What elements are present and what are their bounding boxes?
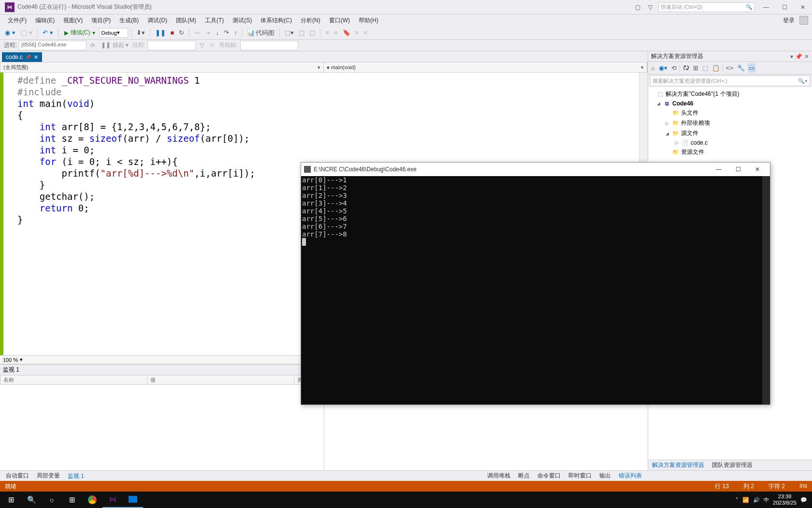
start-button[interactable]: ⊞ (1, 492, 21, 508)
panel-dropdown-icon[interactable]: ▾ (790, 53, 793, 60)
panel-pin-icon[interactable]: 📌 (795, 53, 802, 60)
cycle-button[interactable]: ⟳ (88, 41, 97, 50)
login-link[interactable]: 登录 (779, 15, 798, 26)
tool-btn-2[interactable]: ⬚ (297, 28, 306, 37)
tab-solution-explorer[interactable]: 解决方案资源管理器 (648, 460, 708, 470)
visualstudio-taskbar-button[interactable]: ⋈ (102, 492, 123, 508)
console-minimize-button[interactable]: — (709, 164, 728, 175)
tray-chevron-icon[interactable]: ˄ (736, 497, 739, 503)
continue-button[interactable]: ▶ 继续(C) ▾ (61, 28, 98, 38)
tab-immediate[interactable]: 即时窗口 (565, 471, 595, 481)
process-combo[interactable]: [8556] Code46.exe (19, 41, 87, 50)
menu-analyze[interactable]: 分析(N) (297, 15, 324, 26)
member-combo[interactable]: ♦ main(void)▾ (324, 62, 647, 72)
copy-button[interactable]: 📋 (711, 63, 721, 73)
notification-icon[interactable]: ▢ (633, 4, 642, 11)
console-close-button[interactable]: ✕ (748, 164, 767, 175)
restart-button[interactable]: ↻ (177, 28, 186, 37)
show-next-button[interactable]: → (203, 28, 213, 37)
console-taskbar-button[interactable] (123, 492, 143, 508)
console-maximize-button[interactable]: ☐ (728, 164, 748, 175)
tab-autos[interactable]: 自动窗口 (2, 471, 33, 481)
tab-callstack[interactable]: 调用堆栈 (483, 471, 514, 481)
step-out-button[interactable]: ↑ (232, 28, 239, 37)
tab-errorlist[interactable]: 错误列表 (615, 471, 646, 481)
tool-btn-3[interactable]: ⬚ (307, 28, 317, 37)
step-over-button[interactable]: ↷ (222, 28, 231, 37)
clock[interactable]: 23:38 2023/8/25 (773, 493, 797, 506)
source-file-node[interactable]: ▷📄code.c (650, 138, 810, 147)
solution-node[interactable]: ⬚解决方案"Code46"(1 个项目) (650, 89, 810, 99)
tool-btn-1[interactable]: ⬚▾ (283, 28, 296, 37)
codemap-button[interactable]: 📊 代码图 (245, 28, 276, 38)
menu-tools[interactable]: 工具(T) (201, 15, 228, 26)
wrench-button[interactable]: 🔧 (736, 63, 746, 73)
refresh-button[interactable]: 🗘 (682, 63, 690, 73)
stop-button[interactable]: ■ (169, 28, 176, 37)
format-button-2[interactable]: ≡ (362, 28, 369, 37)
wifi-icon[interactable]: 📶 (742, 497, 749, 503)
volume-icon[interactable]: 🔊 (753, 497, 760, 503)
user-avatar-icon[interactable] (799, 16, 808, 25)
watch-body[interactable] (0, 385, 324, 470)
comment-button[interactable]: ≡ (323, 28, 331, 37)
show-all-button[interactable]: ⬚ (701, 63, 709, 73)
menu-build[interactable]: 生成(B) (116, 15, 143, 26)
tab-output[interactable]: 输出 (595, 471, 615, 481)
tab-locals[interactable]: 局部变量 (33, 471, 64, 481)
tab-watch1[interactable]: 监视 1 (64, 470, 88, 481)
external-folder[interactable]: ▷📁外部依赖项 (650, 118, 810, 128)
home-button[interactable]: ⌂ (650, 63, 656, 73)
console-scrollbar[interactable] (762, 176, 770, 404)
nav-forward-button[interactable]: ◯ ▾ (18, 28, 35, 37)
close-button[interactable]: ✕ (796, 2, 810, 12)
tab-breakpoints[interactable]: 断点 (514, 471, 534, 481)
uncomment-button[interactable]: ≡ (332, 28, 340, 37)
console-titlebar[interactable]: E:\NCRE C\Code46\Debug\Code46.exe — ☐ ✕ (301, 163, 770, 176)
cortana-button[interactable]: ○ (42, 492, 62, 508)
menu-view[interactable]: 视图(V) (59, 15, 87, 26)
tab-team-explorer[interactable]: 团队资源管理器 (708, 460, 756, 470)
feedback-icon[interactable]: ▽ (646, 4, 654, 11)
scope-combo[interactable]: (全局范围)▾ (0, 62, 324, 72)
editor-gutter[interactable] (0, 73, 14, 355)
pause-button[interactable]: ❚❚ (153, 28, 168, 37)
taskview-button[interactable]: ⊞ (62, 492, 82, 508)
panel-close-icon[interactable]: ✕ (804, 53, 809, 60)
format-button-1[interactable]: ≡ (353, 28, 361, 37)
search-button[interactable]: 🔍 (21, 492, 42, 508)
console-output[interactable]: arr[0]--->1 arr[1]--->2 arr[2]--->3 arr[… (301, 176, 770, 404)
headers-folder[interactable]: 📁头文件 (650, 108, 810, 118)
menu-file[interactable]: 文件(F) (4, 15, 30, 26)
menu-project[interactable]: 项目(P) (87, 15, 115, 26)
maximize-button[interactable]: ☐ (777, 2, 792, 12)
sync-button[interactable]: ⟲ (670, 63, 678, 73)
step-into-new-button[interactable]: ⬇▾ (134, 28, 147, 37)
back-button[interactable]: ◉▾ (658, 63, 668, 73)
view-button[interactable]: ▭ (748, 63, 755, 73)
tab-code-c[interactable]: code.c 📌 ✕ (2, 52, 42, 62)
menu-window[interactable]: 窗口(W) (325, 15, 354, 26)
properties-button[interactable]: <> (725, 63, 734, 73)
config-combo[interactable]: Debug ▾ (99, 28, 128, 38)
bookmark-button[interactable]: 🔖 (341, 28, 352, 37)
console-window[interactable]: E:\NCRE C\Code46\Debug\Code46.exe — ☐ ✕ … (301, 162, 770, 405)
solution-search-input[interactable]: 搜索解决方案资源管理器(Ctrl+;) 🔍▾ (650, 75, 810, 86)
watch-col-value[interactable]: 值 (147, 375, 294, 384)
thread-combo[interactable] (147, 41, 196, 50)
filter-button[interactable]: ▽ (198, 41, 206, 50)
flag-button[interactable]: ⚐ (208, 41, 217, 50)
resources-folder[interactable]: 📁资源文件 (650, 147, 810, 157)
next-statement-button[interactable]: ↪ (192, 28, 202, 37)
menu-debug[interactable]: 调试(D) (144, 15, 171, 26)
notifications-icon[interactable]: 💬 (800, 497, 807, 503)
menu-help[interactable]: 帮助(H) (355, 15, 382, 26)
stackframe-combo[interactable] (240, 41, 298, 50)
suspend-button[interactable]: ❚❚ 挂起 ▾ (99, 40, 130, 50)
system-tray[interactable]: ˄ 📶 🔊 中 23:38 2023/8/25 💬 (732, 493, 811, 506)
minimize-button[interactable]: — (759, 2, 773, 12)
project-node[interactable]: ◢⧉Code46 (650, 99, 810, 108)
menu-edit[interactable]: 编辑(E) (31, 15, 58, 26)
ime-indicator[interactable]: 中 (764, 496, 769, 504)
menu-arch[interactable]: 体系结构(C) (257, 15, 296, 26)
